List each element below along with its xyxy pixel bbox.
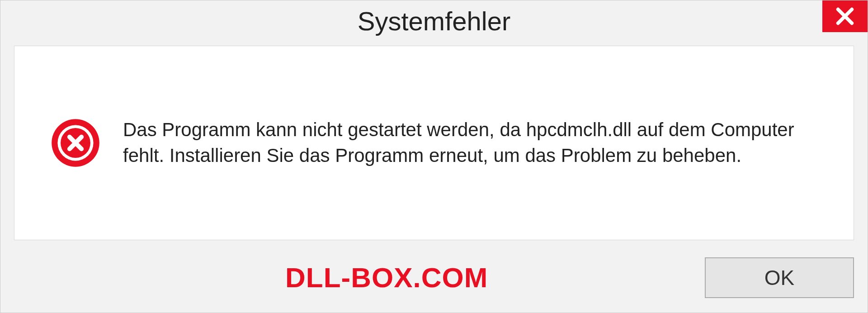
ok-button[interactable]: OK xyxy=(705,257,854,298)
close-button[interactable] xyxy=(822,0,868,32)
dialog-title: Systemfehler xyxy=(358,6,510,36)
content-area: Das Programm kann nicht gestartet werden… xyxy=(14,46,854,240)
error-icon xyxy=(51,118,100,168)
close-icon xyxy=(835,6,855,27)
titlebar: Systemfehler xyxy=(0,0,868,41)
error-message: Das Programm kann nicht gestartet werden… xyxy=(123,117,817,168)
footer: DLL-BOX.COM OK xyxy=(0,249,868,313)
error-dialog: Systemfehler Das Programm kann nicht ges… xyxy=(0,0,868,313)
watermark-text: DLL-BOX.COM xyxy=(285,261,488,294)
ok-button-label: OK xyxy=(764,266,794,290)
